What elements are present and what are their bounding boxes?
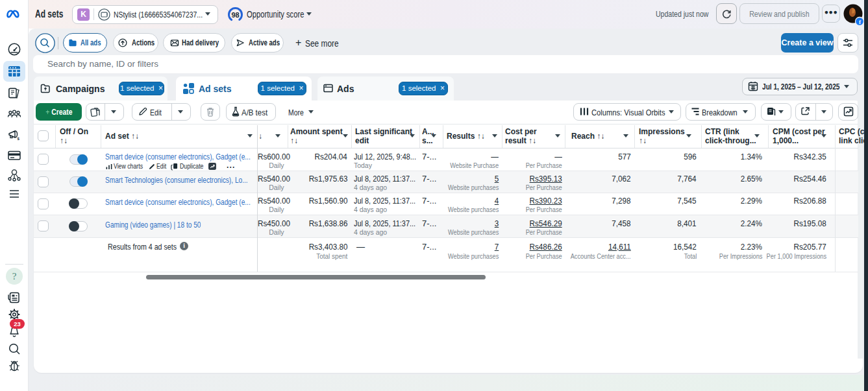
svg-text:98: 98	[231, 11, 239, 19]
svg-text:$: $	[18, 137, 20, 141]
